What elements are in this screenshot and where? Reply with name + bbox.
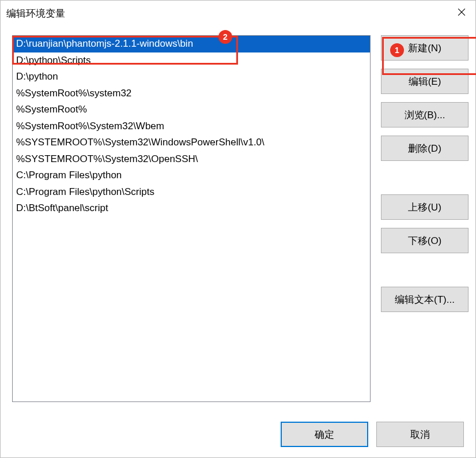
dialog-title: 编辑环境变量: [6, 7, 65, 20]
edit-text-button[interactable]: 编辑文本(T)...: [381, 287, 469, 312]
list-item[interactable]: D:\python: [13, 69, 370, 85]
titlebar: 编辑环境变量: [1, 1, 475, 26]
list-item[interactable]: D:\ruanjian\phantomjs-2.1.1-windows\bin: [13, 36, 370, 52]
side-button-column: 新建(N) 编辑(E) 浏览(B)... 删除(D) 上移(U) 下移(O) 编…: [381, 35, 469, 414]
list-item[interactable]: D:\python\Scripts: [13, 52, 370, 69]
ok-button[interactable]: 确定: [281, 422, 368, 447]
dialog-content: D:\ruanjian\phantomjs-2.1.1-windows\binD…: [1, 26, 475, 419]
path-listbox[interactable]: D:\ruanjian\phantomjs-2.1.1-windows\binD…: [12, 35, 371, 402]
spacer: [381, 169, 469, 186]
spacer: [381, 261, 469, 279]
cancel-button[interactable]: 取消: [376, 422, 464, 447]
delete-button[interactable]: 删除(D): [381, 136, 469, 161]
list-item[interactable]: %SystemRoot%\system32: [13, 85, 370, 102]
env-var-edit-dialog: 编辑环境变量 D:\ruanjian\phantomjs-2.1.1-windo…: [0, 0, 476, 458]
list-item[interactable]: D:\BtSoft\panel\script: [13, 200, 370, 217]
list-item[interactable]: %SystemRoot%\System32\Wbem: [13, 118, 370, 135]
list-item[interactable]: %SYSTEMROOT%\System32\OpenSSH\: [13, 151, 370, 168]
list-container: D:\ruanjian\phantomjs-2.1.1-windows\binD…: [12, 35, 371, 402]
close-icon: [458, 8, 466, 18]
browse-button[interactable]: 浏览(B)...: [381, 102, 469, 127]
new-button[interactable]: 新建(N): [381, 35, 469, 61]
move-up-button[interactable]: 上移(U): [381, 194, 469, 220]
close-button[interactable]: [448, 1, 475, 26]
list-item[interactable]: C:\Program Files\python: [13, 167, 370, 184]
list-item[interactable]: C:\Program Files\python\Scripts: [13, 184, 370, 201]
list-item[interactable]: %SYSTEMROOT%\System32\WindowsPowerShell\…: [13, 134, 370, 151]
dialog-footer: 确定 取消: [1, 419, 475, 457]
move-down-button[interactable]: 下移(O): [381, 228, 469, 253]
list-item[interactable]: %SystemRoot%: [13, 102, 370, 118]
edit-button[interactable]: 编辑(E): [381, 69, 469, 94]
